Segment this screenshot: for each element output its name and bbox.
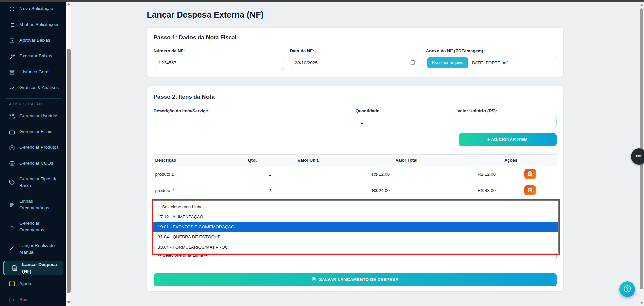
dropdown-option-selected[interactable]: 19.01 - EVENTOS E COMEMORAÇÃO [153, 222, 558, 232]
save-icon [312, 277, 316, 283]
sidebar-divider [5, 98, 61, 99]
trending-up-icon [9, 85, 15, 91]
plus-circle-icon [9, 6, 15, 12]
page-title: Lançar Despesa Externa (NF) [147, 10, 563, 20]
sidebar-item-lancar-realizado-manual[interactable]: Lançar Realizado Manual [0, 238, 66, 260]
dropdown-option[interactable]: 31.04 - QUEBRA DE ESTOQUE [153, 232, 558, 242]
attachment-filename: BATE_FORTE.pdf [468, 60, 508, 65]
question-mark-icon [623, 284, 632, 294]
cell-qty: 1 [248, 172, 292, 177]
sidebar-item-label: Gerenciar Filiais [19, 128, 52, 135]
col-header-valor-total: Valor Total [348, 158, 465, 163]
sidebar-item-graficos-analises[interactable]: Gráficos & Análises [0, 80, 66, 96]
sidebar-item-executar-baixas[interactable]: Executar Baixas [0, 48, 66, 64]
calendar-icon[interactable] [410, 60, 415, 66]
sidebar-item-lancar-despesa-nf[interactable]: Lançar Despesa (NF) [3, 261, 63, 275]
help-button[interactable] [619, 281, 635, 297]
delete-item-button[interactable] [524, 185, 536, 195]
dropdown-option[interactable]: 33.04 - FORMULÁRIOS/MAT.PROC [153, 242, 558, 252]
step1-card: Passo 1: Dados da Nota Fiscal Número da … [147, 28, 563, 77]
item-desc-input[interactable] [154, 116, 350, 128]
nf-number-value: 1234567 [159, 60, 177, 65]
sidebar-item-label: Lançar Despesa (NF) [22, 261, 60, 275]
sidebar-item-historico-geral[interactable]: Histórico Geral [0, 64, 66, 80]
nf-attachment-file-input[interactable]: Escolher arquivo BATE_FORTE.pdf [426, 56, 557, 70]
cell-qty: 2 [248, 188, 292, 193]
scroll-up-arrow-icon[interactable] [639, 2, 644, 8]
sidebar-scrollbar-thumb[interactable] [67, 49, 71, 293]
dollar-icon [9, 224, 15, 230]
item-unit-field-group: Valor Unitário (R$): [458, 108, 557, 128]
check-square-icon [9, 38, 15, 44]
nf-date-input[interactable]: 28/10/2025 [290, 56, 420, 70]
nf-date-field-group: Data da NF: 28/10/2025 [290, 48, 420, 70]
item-qty-input[interactable]: 1 [356, 116, 452, 128]
sidebar-item-ajuda[interactable]: Ajuda [0, 276, 66, 292]
table-row: produto 2 2 R$ 24.00 R$ 48.00 [154, 182, 557, 199]
item-qty-value: 1 [361, 120, 363, 125]
book-open-icon [9, 281, 15, 287]
scroll-down-arrow-icon[interactable] [639, 300, 644, 305]
delete-item-button[interactable] [524, 169, 536, 179]
save-expense-button-label: SALVAR LANÇAMENTO DE DESPESA [319, 277, 399, 282]
scroll-down-arrow-icon[interactable] [66, 299, 71, 305]
package-icon [9, 145, 15, 151]
cell-total: R$ 12.00 [470, 172, 504, 177]
gear-icon [9, 161, 15, 167]
step1-heading: Passo 1: Dados da Nota Fiscal [154, 34, 557, 41]
choose-file-button[interactable]: Escolher arquivo [427, 57, 468, 68]
sidebar-item-gerenciar-tipos-de-baixa[interactable]: Gerenciar Tipos de Baixa [0, 171, 66, 193]
sidebar: Nova Solicitação Minhas Solicitações Apr… [0, 0, 66, 306]
add-item-button[interactable]: + ADICIONAR ITEM [459, 133, 557, 146]
archive-icon [9, 69, 15, 75]
trash-icon [527, 187, 533, 193]
nf-number-label: Número da NF: [154, 48, 284, 53]
pen-icon [9, 246, 15, 252]
table-row: produto 1 1 R$ 12.00 R$ 12.00 [154, 166, 557, 182]
item-unit-label: Valor Unitário (R$): [458, 108, 557, 113]
dropdown-option[interactable]: -- Selecione uma Linha -- [153, 202, 558, 212]
dropdown-option[interactable]: 17.12 - ALIMENTAÇÃO [153, 212, 558, 222]
nf-number-field-group: Número da NF: 1234567 [154, 48, 284, 70]
save-expense-button[interactable]: SALVAR LANÇAMENTO DE DESPESA [154, 273, 557, 286]
sidebar-item-linhas-orcamentarias[interactable]: Linhas Orçamentárias [0, 193, 66, 216]
sidebar-item-minhas-solicitacoes[interactable]: Minhas Solicitações [0, 17, 66, 33]
sidebar-item-nova-solicitacao[interactable]: Nova Solicitação [0, 1, 66, 17]
col-header-acoes: Ações [465, 158, 557, 163]
sidebar-item-gerenciar-orcamentos[interactable]: Gerenciar Orçamentos [0, 216, 66, 238]
nf-date-label: Data da NF: [290, 48, 420, 53]
linha-dropdown-popup: -- Selecione uma Linha -- 17.12 - ALIMEN… [153, 200, 559, 253]
items-table: Descrição Qtd. Valor Unit. Valor Total A… [154, 154, 557, 199]
sidebar-item-label: Ajuda [19, 280, 31, 287]
cell-unit: R$ 12.00 [292, 172, 470, 177]
item-desc-label: Descrição do Item/Serviço: [154, 108, 350, 113]
users-icon [9, 113, 15, 119]
window-top-strip [0, 0, 644, 2]
nf-number-input[interactable]: 1234567 [154, 56, 284, 70]
sidebar-item-aprovar-baixas[interactable]: Aprovar Baixas [0, 33, 66, 48]
item-unit-input[interactable] [458, 116, 557, 128]
nf-date-value: 28/10/2025 [295, 60, 318, 65]
sidebar-item-gerenciar-filiais[interactable]: Gerenciar Filiais [0, 124, 66, 140]
sidebar-item-gerenciar-cgos[interactable]: Gerenciar CGOs [0, 156, 66, 171]
sidebar-item-label: Gerenciar CGOs [19, 160, 53, 167]
sidebar-section-label: ADMINISTRAÇÃO [5, 102, 61, 108]
item-qty-field-group: Quantidade: 1 [356, 108, 452, 128]
sidebar-item-sair[interactable]: Sair [0, 292, 66, 306]
item-qty-label: Quantidade: [356, 108, 452, 113]
sidebar-item-label: Sair [19, 296, 28, 303]
cell-total: R$ 48.00 [470, 188, 504, 193]
scroll-up-arrow-icon[interactable] [66, 1, 71, 7]
sidebar-item-label: Minhas Solicitações [19, 21, 59, 28]
lines-icon [9, 202, 15, 208]
items-table-header: Descrição Qtd. Valor Unit. Valor Total A… [154, 154, 557, 166]
sidebar-item-label: Gerenciar Orçamentos [19, 220, 63, 234]
sidebar-item-label: Executar Baixas [19, 53, 52, 59]
sidebar-item-gerenciar-produtos[interactable]: Gerenciar Produtos [0, 140, 66, 156]
col-header-qtd: Qtd. [236, 158, 269, 163]
step2-card: Passo 2: Itens da Nota Descrição do Item… [147, 86, 563, 291]
sidebar-scrollbar[interactable] [66, 0, 71, 306]
list-icon [9, 22, 15, 28]
step2-heading: Passo 2: Itens da Nota [154, 94, 557, 100]
sidebar-item-gerenciar-usuarios[interactable]: Gerenciar Usuários [0, 108, 66, 124]
